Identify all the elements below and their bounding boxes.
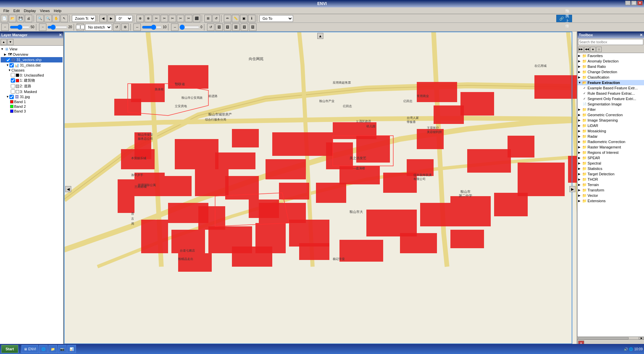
select-btn[interactable]: ↖ [61,15,68,22]
taskbar-btn5[interactable]: 📊 [67,345,76,353]
slider-2[interactable] [47,25,68,30]
cb1[interactable] [76,25,80,29]
file2-expand[interactable]: ▼ [6,63,9,67]
slider-4[interactable] [179,25,200,30]
t2-btn4[interactable]: ⚙ [121,24,129,31]
tool-radiometric[interactable]: ▶ 📁 Radiometric Correction [577,139,644,144]
tool-terrain[interactable]: ▶ 📁 Terrain [577,182,644,187]
tree-class2[interactable]: 2: 道路 [1,83,63,89]
tree-band2[interactable]: Band 2 [1,104,63,109]
toolbox-search-input[interactable] [578,39,643,45]
slider-3[interactable] [142,25,162,30]
tool-anomaly[interactable]: ▶ 📁 Anomaly Detection [577,58,644,64]
tool-example-based[interactable]: ✓ Example Based Feature Extr... [577,85,644,91]
taskbar-browser[interactable]: 🌐 [39,345,48,353]
map-nav-up[interactable]: ▲ [317,33,323,39]
tb-collapse-all[interactable]: ◀◀ [584,47,590,52]
pan-btn[interactable]: ✋ [52,15,60,22]
tool-vector[interactable]: ▶ 📁 Vector [577,193,644,198]
lidar-expand[interactable]: ▶ [578,124,582,127]
tool-thor[interactable]: ▶ 📁 THOR [577,177,644,182]
save-btn[interactable]: 💾 [17,15,24,22]
tool-filter[interactable]: ▶ 📁 Filter [577,107,644,112]
tool-favorites[interactable]: ▶ 📁 Favorites [577,53,644,58]
tool-change-det[interactable]: ▶ 📁 Change Detection [577,69,644,75]
feature-ext-expand[interactable]: ▼ [578,81,582,84]
classes-expand[interactable]: ▼ [8,69,11,72]
t2-btn9[interactable]: 🖼 [224,24,231,31]
next-btn[interactable]: ▶ [108,15,115,22]
close-btn[interactable]: ✕ [637,1,643,5]
tool-spear[interactable]: ▶ 📁 SPEAR [577,155,644,161]
statistics-expand[interactable]: ▶ [578,167,582,170]
lm-btn1[interactable]: ▲ [1,39,7,45]
tool-feature-extraction[interactable]: ▼ 📂 Feature Extraction [577,80,644,85]
change-det-expand[interactable]: ▶ [578,70,582,74]
tree-classes[interactable]: ▼ Classes [1,68,63,73]
stretch-dropdown[interactable]: No stretch [85,24,112,31]
image-sharp-expand[interactable]: ▶ [578,119,582,122]
mosaicking-expand[interactable]: ▶ [578,129,582,133]
t2-btn8[interactable]: 🖼 [215,24,223,31]
tool-spectral[interactable]: ▶ 📁 Spectral [577,161,644,166]
new-btn[interactable]: 📄 [1,15,8,22]
menu-views[interactable]: Views [38,8,52,13]
layer-manager-close[interactable]: ✕ [59,33,62,37]
t2-btn1[interactable]: ↔ [1,24,9,31]
class1-check[interactable] [11,78,15,83]
regions-expand[interactable]: ▶ [578,151,582,154]
tool2[interactable]: ⊗ [145,15,152,22]
transform-expand[interactable]: ▶ [578,188,582,192]
t2-btn12[interactable]: 🖼 [249,24,256,31]
tool-regions[interactable]: ▶ 📁 Regions of Interest [577,150,644,155]
cb2[interactable] [80,25,85,29]
t2-btn6[interactable]: ↔ [171,24,178,31]
tool-radar[interactable]: ▶ 📁 Radar [577,134,644,139]
tool-rule-based[interactable]: ✓ Rule Based Feature Extrac... [577,91,644,96]
file3-expand[interactable]: ▼ [6,95,9,98]
rp-scrollbar[interactable]: ▶ [577,337,644,339]
info-btn[interactable]: ℹ [248,15,255,22]
extensions-expand[interactable]: ▶ [578,199,582,203]
goto-dropdown[interactable]: Go To [259,15,293,22]
tool-classification[interactable]: ▶ 📁 Classification [577,75,644,80]
minimize-btn[interactable]: ─ [625,1,631,5]
print-btn[interactable]: 🖨 [25,15,32,22]
tool-band-ratio[interactable]: ▶ 📁 Band Ratio [577,64,644,69]
spear-expand[interactable]: ▶ [578,156,582,160]
menu-display[interactable]: Display [22,8,38,13]
taskbar-btn4[interactable]: 📷 [58,345,67,353]
tool-segmentation-image[interactable]: 📄 Segmentation Image [577,101,644,107]
taskbar-explorer[interactable]: 📁 [48,345,57,353]
tool5[interactable]: ✂ [169,15,176,22]
tree-class0[interactable]: 0: Unclassified [1,73,63,78]
upload-button[interactable]: 🔗 拖拽上传 [556,15,572,22]
tb-favorites[interactable]: ★ [590,47,596,52]
tree-band1[interactable]: Band 1 [1,99,63,104]
tool-target-detection[interactable]: ▶ 📁 Target Detection [577,171,644,177]
filter-expand[interactable]: ▶ [578,108,582,111]
map-nav-left[interactable]: ◀ [65,186,71,192]
tool7[interactable]: ✂ [185,15,192,22]
t2-btn10[interactable]: 🖼 [232,24,240,31]
class2-check[interactable] [11,84,15,88]
start-button[interactable]: Start [1,345,18,353]
anomaly-expand[interactable]: ▶ [578,59,582,63]
slider-1[interactable] [10,25,30,30]
classification-expand[interactable]: ▶ [578,76,582,79]
tree-class3[interactable]: 3: Masked [1,89,63,94]
band-ratio-expand[interactable]: ▶ [578,65,582,68]
portal-btn[interactable]: ▣ [240,15,247,22]
tool-geometric[interactable]: ▶ 📁 Geometric Correction [577,112,644,118]
radar-expand[interactable]: ▶ [578,135,582,138]
terrain-expand[interactable]: ▶ [578,183,582,186]
tool-transform[interactable]: ▶ 📁 Transform [577,187,644,193]
favorites-expand[interactable]: ▶ [578,54,582,57]
t2-btn11[interactable]: 🖼 [241,24,248,31]
measure-btn[interactable]: 📏 [232,15,239,22]
taskbar-envi[interactable]: 🖥 ENVI [22,345,38,353]
class0-check[interactable] [11,73,15,77]
zoom-to-dropdown[interactable]: Zoom To [72,15,95,22]
thor-expand[interactable]: ▶ [578,178,582,181]
tree-overview[interactable]: ▶ 🗺 Overview [1,52,63,57]
